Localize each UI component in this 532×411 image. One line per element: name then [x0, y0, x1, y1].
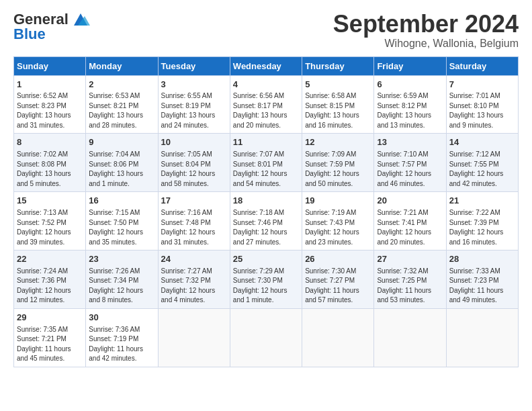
- day-number: 30: [89, 312, 154, 324]
- col-saturday: Saturday: [446, 56, 518, 75]
- daylight-and: and 12 minutes.: [17, 296, 64, 304]
- day-cell: [158, 308, 230, 367]
- sunset: Sunset: 7:59 PM: [305, 161, 355, 168]
- daylight-and: and 8 minutes.: [89, 296, 133, 304]
- day-number: 5: [305, 79, 371, 91]
- title-block: September 2024 Wihogne, Wallonia, Belgiu…: [333, 11, 519, 50]
- day-number: 25: [233, 253, 299, 266]
- day-cell: 13Sunrise: 7:10 AMSunset: 7:57 PMDayligh…: [374, 134, 446, 192]
- daylight-label: Daylight: 13 hours: [17, 111, 71, 119]
- sunrise: Sunrise: 7:04 AM: [89, 150, 140, 158]
- sunset: Sunset: 8:04 PM: [161, 161, 211, 168]
- sunrise: Sunrise: 7:24 AM: [17, 267, 68, 275]
- daylight-and: and 31 minutes.: [17, 122, 64, 129]
- sunrise: Sunrise: 7:05 AM: [161, 150, 212, 158]
- daylight-label: Daylight: 12 hours: [377, 228, 431, 236]
- sunset: Sunset: 7:36 PM: [17, 277, 66, 284]
- daylight-and: and 13 minutes.: [377, 122, 425, 129]
- sunrise: Sunrise: 7:15 AM: [89, 209, 140, 216]
- sunset: Sunset: 7:43 PM: [305, 219, 355, 226]
- daylight-and: and 53 minutes.: [377, 296, 425, 304]
- daylight-and: and 42 minutes.: [89, 355, 136, 362]
- sunrise: Sunrise: 7:29 AM: [233, 267, 284, 275]
- sunrise: Sunrise: 7:09 AM: [305, 150, 356, 158]
- day-number: 28: [449, 253, 515, 266]
- location: Wihogne, Wallonia, Belgium: [333, 38, 519, 50]
- daylight-and: and 1 minute.: [89, 180, 130, 187]
- sunrise: Sunrise: 7:30 AM: [305, 267, 356, 275]
- daylight-label: Daylight: 13 hours: [305, 111, 359, 119]
- daylight-label: Daylight: 11 hours: [377, 287, 431, 294]
- sunrise: Sunrise: 7:12 AM: [449, 150, 500, 158]
- day-cell: 12Sunrise: 7:09 AMSunset: 7:59 PMDayligh…: [302, 134, 374, 192]
- sunrise: Sunrise: 7:32 AM: [377, 267, 428, 275]
- daylight-and: and 46 minutes.: [377, 180, 425, 187]
- day-cell: 21Sunrise: 7:22 AMSunset: 7:39 PMDayligh…: [446, 192, 518, 250]
- day-cell: 16Sunrise: 7:15 AMSunset: 7:50 PMDayligh…: [86, 192, 158, 250]
- daylight-label: Daylight: 12 hours: [305, 228, 359, 236]
- day-number: 27: [377, 253, 443, 266]
- sunset: Sunset: 7:19 PM: [89, 335, 138, 342]
- daylight-label: Daylight: 13 hours: [449, 111, 504, 119]
- sunrise: Sunrise: 7:35 AM: [17, 326, 68, 333]
- day-number: 29: [17, 312, 83, 324]
- sunset: Sunset: 8:06 PM: [89, 161, 138, 168]
- daylight-label: Daylight: 11 hours: [449, 287, 504, 294]
- day-cell: 14Sunrise: 7:12 AMSunset: 7:55 PMDayligh…: [446, 134, 518, 192]
- daylight-label: Daylight: 12 hours: [449, 170, 504, 177]
- day-cell: 20Sunrise: 7:21 AMSunset: 7:41 PMDayligh…: [374, 192, 446, 250]
- day-cell: [446, 308, 518, 367]
- day-cell: 10Sunrise: 7:05 AMSunset: 8:04 PMDayligh…: [158, 134, 230, 192]
- daylight-and: and 24 minutes.: [161, 122, 209, 129]
- daylight-label: Daylight: 11 hours: [305, 287, 359, 294]
- daylight-and: and 54 minutes.: [233, 180, 281, 187]
- daylight-label: Daylight: 12 hours: [233, 287, 287, 294]
- daylight-and: and 9 minutes.: [449, 122, 494, 129]
- calendar-table: Sunday Monday Tuesday Wednesday Thursday…: [13, 56, 519, 367]
- sunrise: Sunrise: 6:55 AM: [161, 92, 212, 99]
- header-row: Sunday Monday Tuesday Wednesday Thursday…: [14, 56, 519, 75]
- daylight-label: Daylight: 12 hours: [89, 287, 143, 294]
- sunset: Sunset: 7:25 PM: [377, 277, 427, 284]
- day-number: 4: [233, 79, 299, 91]
- day-cell: [374, 308, 446, 367]
- daylight-label: Daylight: 12 hours: [161, 287, 216, 294]
- sunrise: Sunrise: 6:58 AM: [305, 92, 356, 99]
- sunset: Sunset: 7:34 PM: [89, 277, 138, 284]
- daylight-and: and 23 minutes.: [305, 238, 353, 246]
- daylight-and: and 31 minutes.: [161, 238, 209, 246]
- day-cell: 3Sunrise: 6:55 AMSunset: 8:19 PMDaylight…: [158, 75, 230, 134]
- daylight-and: and 16 minutes.: [449, 238, 497, 246]
- sunset: Sunset: 7:48 PM: [161, 219, 211, 226]
- daylight-label: Daylight: 12 hours: [449, 228, 504, 236]
- daylight-label: Daylight: 11 hours: [17, 345, 71, 353]
- daylight-and: and 4 minutes.: [161, 296, 206, 304]
- daylight-and: and 58 minutes.: [161, 180, 209, 187]
- daylight-label: Daylight: 12 hours: [89, 228, 143, 236]
- day-number: 18: [233, 195, 299, 208]
- sunrise: Sunrise: 7:16 AM: [161, 209, 212, 216]
- day-number: 19: [305, 195, 371, 208]
- sunset: Sunset: 7:46 PM: [233, 219, 283, 226]
- day-cell: [302, 308, 374, 367]
- day-cell: 6Sunrise: 6:59 AMSunset: 8:12 PMDaylight…: [374, 75, 446, 134]
- sunrise: Sunrise: 7:36 AM: [89, 326, 140, 333]
- sunrise: Sunrise: 7:22 AM: [449, 209, 500, 216]
- daylight-label: Daylight: 13 hours: [89, 111, 143, 119]
- header: General Blue September 2024 Wihogne, Wal…: [13, 11, 519, 50]
- day-number: 15: [17, 195, 83, 208]
- daylight-and: and 35 minutes.: [89, 238, 136, 246]
- daylight-label: Daylight: 12 hours: [305, 170, 359, 177]
- day-cell: [230, 308, 302, 367]
- daylight-label: Daylight: 12 hours: [161, 170, 216, 177]
- sunrise: Sunrise: 7:26 AM: [89, 267, 140, 275]
- day-cell: 18Sunrise: 7:18 AMSunset: 7:46 PMDayligh…: [230, 192, 302, 250]
- sunrise: Sunrise: 7:01 AM: [449, 92, 500, 99]
- sunrise: Sunrise: 7:02 AM: [17, 150, 68, 158]
- col-friday: Friday: [374, 56, 446, 75]
- sunset: Sunset: 7:52 PM: [17, 219, 66, 226]
- daylight-label: Daylight: 13 hours: [89, 170, 143, 177]
- day-cell: 28Sunrise: 7:33 AMSunset: 7:23 PMDayligh…: [446, 250, 518, 309]
- day-cell: 11Sunrise: 7:07 AMSunset: 8:01 PMDayligh…: [230, 134, 302, 192]
- daylight-and: and 20 minutes.: [377, 238, 425, 246]
